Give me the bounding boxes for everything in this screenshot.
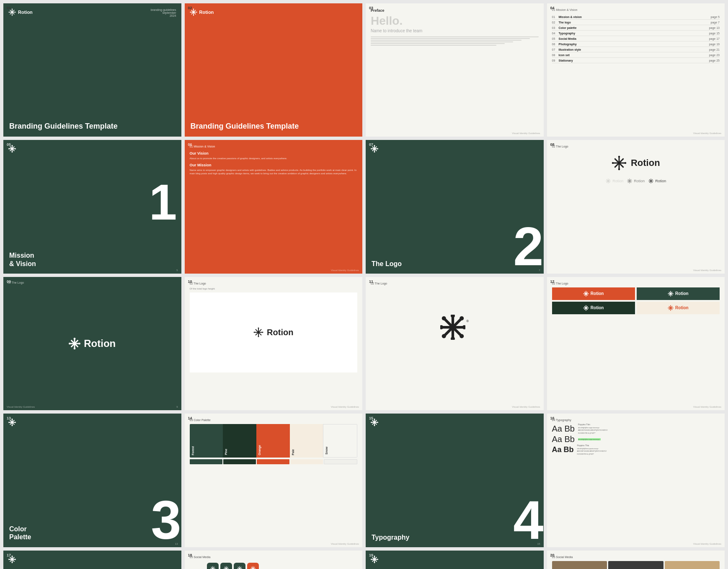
mission-title: Our Mission [190,163,358,167]
mission-section-label: 01 Mission & Vision [190,145,358,148]
social-youtube: YouTube1280 x 720 [234,563,245,569]
section-number-07: 2 [513,219,543,274]
svg-point-65 [74,338,76,340]
cell-02: 02 Rotion Branding Guidelines Template [185,3,363,137]
logo-section-label-08: 02 The Logo [552,145,720,148]
svg-point-98 [583,293,584,294]
svg-point-35 [377,148,378,150]
logo-variant-orange: Rotion [552,287,635,300]
svg-point-123 [670,305,671,306]
svg-point-132 [12,419,13,420]
section-label-07: The Logo [372,260,402,268]
color-name-snow: Snow [325,447,355,455]
type-sample-thin: Aa Bb [552,424,575,433]
cell-footer-03: Visual Identity Guidelines [512,132,540,134]
cell-03: 03 Preface Hello. Name to introduce the … [366,3,544,137]
color-name-forest: Forest [191,446,222,455]
section-label-05: Mission& Vision [9,251,36,267]
photo-grid-20: WHY FONTS MATTER [552,561,720,569]
svg-point-107 [668,293,669,294]
svg-point-90 [460,334,464,339]
svg-point-44 [625,162,627,164]
svg-point-74 [258,328,259,329]
logo-text-08: Rotion [631,158,660,168]
svg-point-125 [668,308,669,308]
svg-point-115 [586,310,586,311]
cell-footer-11: Visual Identity Guidelines [512,406,540,408]
cell-15: 15 4 Typography 15 [366,414,544,547]
logo-text-dark: Rotion [675,291,689,296]
registered-mark-11: ® [466,319,469,323]
svg-point-32 [374,145,375,146]
svg-point-6 [12,15,13,16]
logo-variant-text-50: Rotion [634,179,645,183]
svg-point-43 [612,162,614,164]
svg-point-14 [193,8,194,9]
cell-17: 17 5 SocialMedia 17 [3,551,181,569]
hello-text: Hello. [371,15,539,27]
type-row-thin: Aa Bb Poppins Thin abcdefghijklmnopqrstu… [552,423,720,434]
cell-footer-16: Visual Identity Guidelines [693,543,721,545]
vision-text: About us to promote the creative passion… [190,157,358,160]
cell-footer-07: 7 [539,269,540,272]
cell-footer-08: Visual Identity Guidelines [693,269,721,272]
svg-point-83 [451,315,455,318]
svg-point-17 [196,12,197,13]
cell-number-19: 19 [369,553,373,557]
color-orange: Orange [256,424,290,458]
cell-number-04: 04 [550,6,555,10]
cell-number-10: 10 [188,279,192,284]
cell-19: 19 6 Photography 19 [366,551,544,569]
typo-section-label-16: 04 Typography [552,419,720,422]
cell-10: 10 02 The Logo Of the total logo height … [185,277,363,410]
social-behance: Behance800 x 600 [247,563,259,569]
color-name-orange: Orange [258,445,288,455]
cell-number-17: 17 [7,553,11,557]
svg-point-153 [15,559,16,560]
cell-number-18: 18 [188,553,192,557]
cell-01: 01 Rotion branding guidelines september … [3,3,181,137]
toc-list: 01Mission & visionpage 5 02The logopage … [552,15,720,63]
social-icons-grid: LinkedIn800 x 800 Dribbble800 x 800 YouT… [207,563,259,569]
type-info-regular: abcdefghijklmnopqrstuvwxyz... [578,438,601,441]
svg-point-87 [442,316,446,321]
cell-number-08: 08 [550,142,555,147]
cell-13: 13 3 ColorPalette 13 [3,414,181,547]
logo-variant-dark: Rotion [637,287,720,300]
cell-number-07: 07 [369,142,373,147]
cell-number-13: 13 [7,416,11,420]
svg-point-7 [8,12,9,13]
cell-06: 06 01 Mission & Vision Our Vision About … [185,140,363,273]
cell-08: 08 02 The Logo Rotion [547,140,725,273]
preface-lines [371,36,539,46]
svg-point-199 [374,562,375,563]
svg-point-141 [374,419,375,420]
svg-point-144 [377,422,378,423]
cell-footer-13: 13 [175,543,178,545]
social-section-label-18: 05 Social Media [190,556,358,559]
cell-09: 09 02 The Logo Rotion Visual Identity Gu… [3,277,181,410]
section-label-13: ColorPalette [9,525,31,541]
type-sample-bold: Aa Bb [552,446,574,453]
logo-text-cream: Rotion [675,305,689,310]
logo-inner-10: Rotion [253,327,293,337]
section-label-15: Typography [372,534,409,541]
main-grid: 01 Rotion branding guidelines september … [3,3,725,569]
logo-variant-text-0: Rotion [612,179,623,183]
cell-number-05: 05 [7,142,11,147]
svg-point-143 [371,422,372,423]
logo-section-label-11: 02 The Logo [371,282,539,285]
cell-number-11: 11 [369,279,373,284]
logo-text-10: Rotion [267,328,293,337]
logo-variants-grid-12: Rotion Rotion [552,287,720,314]
svg-point-33 [374,151,375,153]
logo-text-orange: Rotion [591,291,604,296]
svg-point-198 [374,556,375,557]
svg-point-41 [618,156,620,158]
svg-point-76 [254,332,255,333]
cell-footer-05: 5 [176,269,178,272]
logo-main-09: Rotion [69,338,116,349]
photo-1 [552,561,607,569]
cell-number-03: 03 [369,6,373,10]
cell-07: 07 2 The Logo 7 [366,140,544,273]
